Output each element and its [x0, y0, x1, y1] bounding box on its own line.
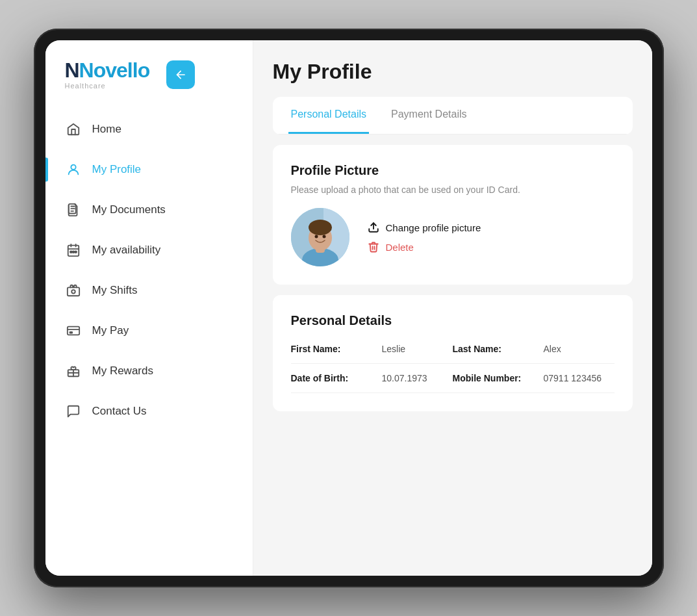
- tablet-device: NNovello Healthcare: [34, 29, 664, 587]
- profile-pic-actions: Change profile picture Delete: [368, 222, 481, 253]
- back-button[interactable]: [166, 60, 195, 89]
- detail-value-firstname: Leslie: [382, 344, 406, 354]
- tab-personal-details[interactable]: Personal Details: [288, 97, 370, 134]
- detail-value-lastname: Alex: [544, 344, 561, 354]
- detail-label-dob: Date of Birth:: [291, 373, 375, 383]
- sidebar-item-my-documents[interactable]: My Documents: [45, 190, 253, 230]
- sidebar-label-contact-us: Contact Us: [92, 405, 147, 418]
- pay-icon: [65, 322, 82, 339]
- delete-picture-button[interactable]: Delete: [368, 241, 481, 253]
- detail-label-firstname: First Name:: [291, 344, 375, 354]
- personal-details-title: Personal Details: [291, 313, 615, 328]
- availability-icon: [65, 242, 82, 259]
- sidebar-item-home[interactable]: Home: [45, 109, 253, 149]
- logo-area: NNovello Healthcare: [45, 60, 253, 109]
- svg-point-0: [71, 165, 75, 170]
- svg-point-3: [70, 251, 71, 253]
- shifts-icon: [65, 282, 82, 299]
- sidebar-label-my-availability: My availability: [92, 244, 161, 257]
- sidebar-item-my-rewards[interactable]: My Rewards: [45, 351, 253, 391]
- detail-row-firstname: First Name: Leslie: [291, 335, 453, 364]
- svg-rect-9: [70, 332, 72, 333]
- home-icon: [65, 121, 82, 138]
- sidebar-item-my-pay[interactable]: My Pay: [45, 311, 253, 351]
- profile-picture-title: Profile Picture: [291, 163, 615, 178]
- svg-point-17: [309, 220, 332, 235]
- profile-pic-row: Change profile picture Delete: [291, 208, 615, 266]
- detail-row-dob: Date of Birth: 10.07.1973: [291, 364, 453, 393]
- sidebar-label-my-shifts: My Shifts: [92, 284, 138, 297]
- logo: NNovello Healthcare: [65, 60, 150, 90]
- svg-point-4: [72, 251, 74, 253]
- sidebar-label-my-pay: My Pay: [92, 324, 129, 337]
- personal-details-card: Personal Details First Name: Leslie Last…: [273, 295, 633, 411]
- sidebar-item-my-availability[interactable]: My availability: [45, 230, 253, 270]
- trash-icon: [368, 241, 379, 253]
- change-picture-button[interactable]: Change profile picture: [368, 222, 481, 233]
- detail-row-mobile: Mobile Number: 07911 123456: [453, 364, 615, 393]
- detail-value-dob: 10.07.1973: [382, 373, 427, 383]
- contact-icon: [65, 403, 82, 420]
- svg-point-18: [314, 235, 318, 238]
- logo-subtitle: Healthcare: [65, 82, 150, 90]
- svg-point-7: [71, 290, 75, 294]
- sidebar-label-my-documents: My Documents: [92, 203, 166, 216]
- logo-name: NNovello: [65, 60, 150, 81]
- svg-rect-8: [67, 327, 79, 335]
- main-content: My Profile Personal Details Payment Deta…: [253, 40, 652, 576]
- detail-label-lastname: Last Name:: [453, 344, 537, 354]
- page-title: My Profile: [273, 60, 633, 84]
- svg-point-5: [75, 251, 77, 253]
- nav-list: Home My Profile: [45, 109, 253, 563]
- details-grid: First Name: Leslie Last Name: Alex Date …: [291, 335, 615, 393]
- detail-label-mobile: Mobile Number:: [453, 373, 537, 383]
- detail-row-lastname: Last Name: Alex: [453, 335, 615, 364]
- svg-rect-6: [67, 287, 79, 296]
- tabs-container: Personal Details Payment Details: [273, 97, 633, 135]
- sidebar-item-my-shifts[interactable]: My Shifts: [45, 270, 253, 311]
- svg-point-19: [322, 235, 325, 238]
- profile-picture-card: Profile Picture Please upload a photo th…: [273, 145, 633, 285]
- sidebar-label-my-rewards: My Rewards: [92, 365, 153, 378]
- sidebar-item-contact-us[interactable]: Contact Us: [45, 391, 253, 431]
- sidebar-label-my-profile: My Profile: [92, 163, 142, 176]
- tab-payment-details[interactable]: Payment Details: [388, 97, 470, 134]
- tabs-wrapper: Personal Details Payment Details: [273, 97, 633, 135]
- rewards-icon: [65, 363, 82, 379]
- tablet-screen: NNovello Healthcare: [45, 40, 652, 576]
- sidebar-item-my-profile[interactable]: My Profile: [45, 149, 253, 190]
- sidebar: NNovello Healthcare: [45, 40, 253, 576]
- detail-value-mobile: 07911 123456: [544, 373, 602, 383]
- sidebar-label-home: Home: [92, 123, 121, 136]
- documents-icon: [65, 201, 82, 218]
- profile-icon: [65, 161, 82, 178]
- profile-picture-subtitle: Please upload a photo that can be used o…: [291, 185, 615, 195]
- avatar: [291, 208, 349, 266]
- upload-icon: [368, 222, 379, 233]
